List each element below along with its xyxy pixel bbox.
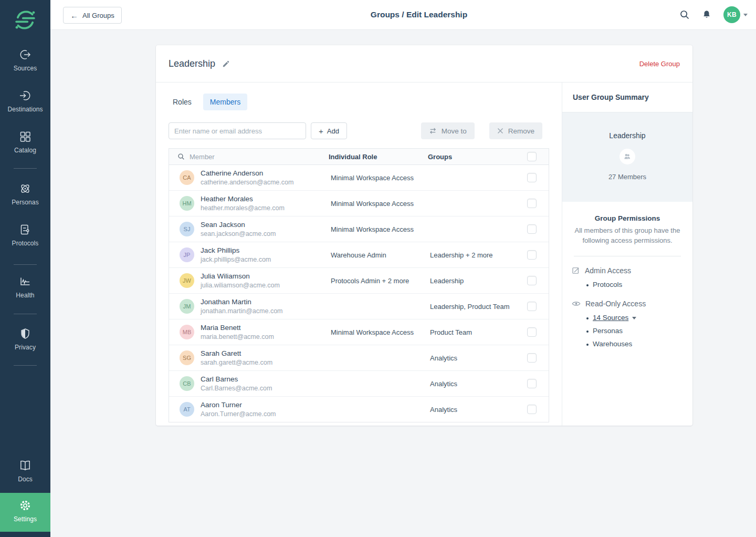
summary-group-block: Leadership 27 Members <box>562 112 692 202</box>
sidebar-item-docs[interactable]: Docs <box>0 459 50 483</box>
tab-roles[interactable]: Roles <box>169 94 196 110</box>
sidebar-item-catalog[interactable]: Catalog <box>0 130 50 154</box>
member-avatar: JW <box>180 273 194 288</box>
row-checkbox[interactable] <box>527 224 537 234</box>
sidebar-item-sources[interactable]: Sources <box>0 48 50 72</box>
sidebar-item-label: Personas <box>0 199 50 206</box>
member-name: Carl Barnes <box>201 375 272 383</box>
member-search-header[interactable]: Member <box>169 153 329 161</box>
member-avatar: CA <box>180 170 194 185</box>
delete-group-button[interactable]: Delete Group <box>639 60 680 68</box>
edit-group-card: Leadership Delete Group Roles Members + … <box>156 45 692 426</box>
move-arrows-icon <box>429 127 437 135</box>
member-email: catherine.anderson@acme.com <box>201 179 293 186</box>
member-count: 27 Members <box>562 173 692 181</box>
segment-logo[interactable] <box>0 9 50 33</box>
member-name: Aaron Turner <box>201 401 276 409</box>
row-checkbox[interactable] <box>527 302 537 311</box>
sidebar-item-label: Settings <box>0 515 50 523</box>
row-checkbox[interactable] <box>527 276 537 285</box>
catalog-icon <box>19 130 32 143</box>
edit-title-pencil-icon[interactable] <box>222 60 230 68</box>
readonly-access-label: Read-Only Access <box>585 300 646 308</box>
table-row: JM Jonathan Martin jonathan.martin@acme.… <box>169 294 549 319</box>
chevron-down-icon[interactable] <box>632 317 636 319</box>
readonly-sources-item: 14 Sources <box>586 311 683 324</box>
member-groups: Analytics <box>430 380 516 388</box>
sidebar-item-destinations[interactable]: Destinations <box>0 89 50 113</box>
user-group-summary-panel: User Group Summary Leadership 27 Members… <box>562 82 692 426</box>
select-all-checkbox[interactable] <box>527 152 537 161</box>
sidebar: Sources Destinations Catalog Personas Pr… <box>0 0 50 537</box>
sidebar-item-label: Destinations <box>0 106 50 113</box>
sidebar-item-label: Sources <box>0 65 50 72</box>
member-avatar: JM <box>180 299 194 314</box>
permissions-description: All members of this group have the follo… <box>572 226 683 246</box>
sidebar-item-health[interactable]: Health <box>0 275 50 299</box>
table-row: SG Sarah Garett sarah.garett@acme.com An… <box>169 345 549 371</box>
member-role: Minimal Workspace Access <box>331 225 430 233</box>
row-checkbox[interactable] <box>527 173 537 182</box>
table-row: CA Catherine Anderson catherine.anderson… <box>169 165 549 191</box>
member-groups: Leadership <box>430 277 516 285</box>
member-name: Jonathan Martin <box>201 298 283 306</box>
move-to-button[interactable]: Move to <box>421 122 475 139</box>
member-name: Catherine Anderson <box>201 169 293 177</box>
table-row: AT Aaron Turner Aaron.Turner@acme.com An… <box>169 397 549 422</box>
back-arrow-icon: ← <box>70 12 78 19</box>
privacy-icon <box>19 327 32 340</box>
member-email: heather.morales@acme.com <box>201 204 285 212</box>
table-row: JW Julia Wiliamson julia.wiliamson@acme.… <box>169 268 549 294</box>
sidebar-item-personas[interactable]: Personas <box>0 182 50 206</box>
table-row: MB Maria Benett maria.benett@acme.com Mi… <box>169 319 549 345</box>
member-search-input[interactable] <box>169 122 306 139</box>
row-checkbox[interactable] <box>527 327 537 337</box>
edit-square-icon <box>572 266 580 275</box>
all-groups-back-button[interactable]: ← All Groups <box>63 7 122 24</box>
sidebar-item-settings[interactable]: Settings <box>0 493 50 532</box>
sidebar-divider <box>14 264 37 265</box>
add-member-button[interactable]: + Add <box>311 122 347 139</box>
tab-members[interactable]: Members <box>203 94 247 110</box>
member-avatar: AT <box>180 402 194 417</box>
user-menu[interactable]: KB <box>723 6 748 23</box>
member-avatar: SJ <box>180 222 194 236</box>
readonly-access-item: Personas <box>586 324 683 337</box>
member-role: Minimal Workspace Access <box>331 328 430 336</box>
sidebar-item-privacy[interactable]: Privacy <box>0 327 50 351</box>
segment-logo-icon <box>14 9 36 31</box>
destinations-icon <box>19 89 32 102</box>
member-name: Jack Phillips <box>201 246 271 254</box>
row-checkbox[interactable] <box>527 353 537 363</box>
sources-count-link[interactable]: 14 Sources <box>593 314 628 322</box>
row-checkbox[interactable] <box>527 405 537 414</box>
groups-column-header: Groups <box>428 153 516 161</box>
readonly-access-list: 14 Sources Personas Warehouses <box>572 311 683 350</box>
card-header: Leadership Delete Group <box>156 45 692 82</box>
readonly-access-item: Warehouses <box>586 337 683 350</box>
member-email: sean.jackson@acme.com <box>201 230 276 237</box>
settings-gear-icon <box>19 499 32 512</box>
x-icon <box>497 128 503 134</box>
row-checkbox[interactable] <box>527 199 537 208</box>
summary-group-name: Leadership <box>562 131 692 140</box>
sidebar-item-label: Health <box>0 292 50 299</box>
member-name: Julia Wiliamson <box>201 272 280 280</box>
plus-icon: + <box>319 127 323 135</box>
table-row: CB Carl Barnes Carl.Barnes@acme.com Anal… <box>169 371 549 397</box>
row-checkbox[interactable] <box>527 250 537 260</box>
avatar[interactable]: KB <box>723 6 740 23</box>
search-icon <box>177 153 185 160</box>
row-checkbox[interactable] <box>527 379 537 388</box>
search-icon[interactable] <box>679 9 690 20</box>
remove-button[interactable]: Remove <box>489 122 542 139</box>
member-groups: Analytics <box>430 406 516 414</box>
member-groups: Product Team <box>430 328 516 336</box>
group-permissions-section: Group Permissions All members of this gr… <box>562 202 692 350</box>
member-email: Aaron.Turner@acme.com <box>201 410 276 418</box>
member-avatar: JP <box>180 247 194 262</box>
notifications-bell-icon[interactable] <box>701 9 712 20</box>
member-role: Minimal Workspace Access <box>331 174 430 182</box>
sidebar-item-protocols[interactable]: Protocols <box>0 223 50 247</box>
members-table: Member Individual Role Groups CA Catheri… <box>169 148 549 422</box>
